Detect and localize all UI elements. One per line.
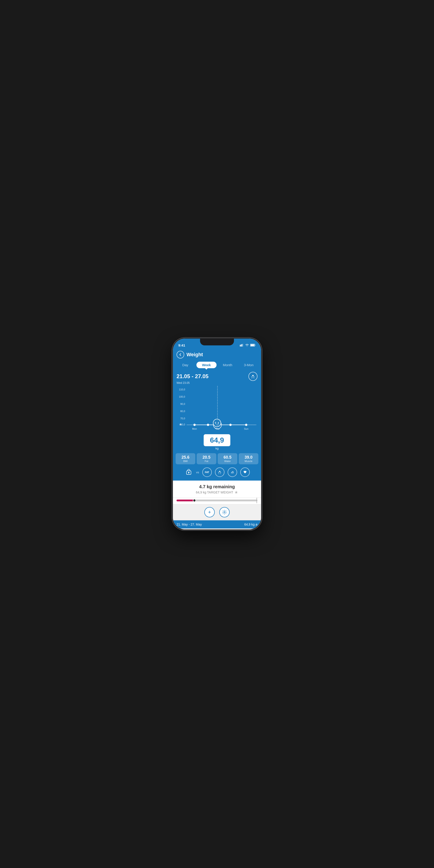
settings-button[interactable] bbox=[219, 507, 230, 518]
status-icons bbox=[240, 341, 256, 347]
weight-box: 64,9 bbox=[204, 434, 230, 446]
date-subtitle: Wed 23.05 bbox=[177, 381, 257, 384]
weight-display: 64,9 kg bbox=[173, 432, 261, 453]
weight-value: 64,9 bbox=[210, 436, 224, 444]
heart-action-btn[interactable] bbox=[240, 467, 250, 477]
metric-fat[interactable]: 20.5 Fat bbox=[197, 453, 216, 464]
add-button[interactable]: + bbox=[204, 507, 215, 518]
svg-point-28 bbox=[188, 472, 189, 473]
svg-rect-0 bbox=[240, 345, 241, 346]
svg-point-6 bbox=[252, 375, 254, 376]
footer-weight-avg: 64,9 kg ø bbox=[244, 523, 257, 526]
metric-bmi[interactable]: 25.6 BMI bbox=[176, 453, 195, 464]
app-header: Weight bbox=[173, 348, 261, 360]
fat-label: Fat bbox=[197, 460, 215, 463]
svg-rect-5 bbox=[251, 344, 254, 346]
target-label: 64,9 kg TARGET WEIGHT ★ bbox=[178, 490, 256, 495]
fitness-button[interactable] bbox=[248, 372, 257, 381]
progress-dot bbox=[193, 499, 196, 502]
vs-text: vs bbox=[196, 471, 199, 474]
fat-value: 20.5 bbox=[197, 455, 215, 460]
signal-icon bbox=[240, 344, 244, 347]
date-footer: 21. May - 27. May 64,9 kg ø bbox=[173, 520, 261, 528]
target-section: 4.7 kg remaining 64,9 kg TARGET WEIGHT ★ bbox=[173, 480, 261, 498]
svg-point-20 bbox=[229, 424, 232, 426]
bottom-toolbar: + bbox=[173, 504, 261, 520]
muscle-value: 39.0 bbox=[240, 455, 257, 460]
back-button[interactable] bbox=[177, 351, 184, 359]
target-star-icon[interactable]: ★ bbox=[235, 490, 238, 495]
add-icon: + bbox=[208, 509, 211, 515]
svg-point-31 bbox=[224, 512, 225, 513]
svg-point-18 bbox=[207, 424, 209, 426]
footer-date-range: 21. May - 27. May bbox=[177, 523, 202, 526]
svg-rect-3 bbox=[243, 344, 243, 346]
tab-bar: Day Week Month 3-Mon bbox=[173, 360, 261, 370]
progress-bar-fill bbox=[177, 500, 194, 501]
metrics-row: 25.6 BMI 20.5 Fat 60.5 Water 39.0 Muscle bbox=[173, 453, 261, 467]
svg-point-17 bbox=[193, 424, 196, 426]
svg-text:110,0: 110,0 bbox=[179, 388, 185, 391]
svg-rect-2 bbox=[242, 344, 242, 346]
remaining-text: 4.7 kg remaining bbox=[178, 484, 256, 489]
wifi-icon bbox=[245, 344, 249, 347]
tab-month[interactable]: Month bbox=[217, 362, 238, 368]
water-value: 60.5 bbox=[219, 455, 237, 460]
svg-point-29 bbox=[219, 471, 220, 472]
progress-bar-track[interactable] bbox=[177, 500, 257, 501]
tab-3mon[interactable]: 3-Mon bbox=[239, 362, 259, 368]
svg-text:100,0: 100,0 bbox=[179, 395, 185, 398]
scale-icon[interactable] bbox=[184, 468, 193, 476]
metric-water[interactable]: 60.5 Water bbox=[218, 453, 237, 464]
svg-text:Mon: Mon bbox=[192, 428, 197, 430]
tab-week[interactable]: Week bbox=[196, 362, 217, 368]
svg-text:Sun: Sun bbox=[244, 428, 248, 430]
app-title: Weight bbox=[186, 352, 203, 358]
bmi-value: 25.6 bbox=[177, 455, 194, 460]
bmi-label: BMI bbox=[177, 460, 194, 463]
metric-muscle[interactable]: 39.0 Muscle bbox=[239, 453, 258, 464]
chart-area: 21.05 - 27.05 Wed 23.05 110,0 bbox=[173, 370, 261, 432]
tab-day[interactable]: Day bbox=[175, 362, 195, 368]
water-label: Water bbox=[219, 460, 237, 463]
svg-rect-1 bbox=[241, 344, 241, 346]
svg-text:70,0: 70,0 bbox=[180, 417, 185, 420]
activity-action-btn[interactable] bbox=[228, 467, 237, 477]
action-row: vs FAT bbox=[173, 467, 261, 480]
svg-point-21 bbox=[245, 424, 247, 426]
status-time: 9:41 bbox=[178, 340, 185, 347]
muscle-label: Muscle bbox=[240, 460, 257, 463]
progress-marker bbox=[256, 498, 257, 503]
weight-unit: kg bbox=[215, 447, 219, 450]
fat-action-btn[interactable]: FAT bbox=[202, 467, 212, 477]
bottom-section: 4.7 kg remaining 64,9 kg TARGET WEIGHT ★ bbox=[173, 480, 261, 529]
svg-text:80,0: 80,0 bbox=[180, 410, 185, 412]
chart-container[interactable]: 110,0 100,0 90,0 80,0 70,0 60,0 ★ bbox=[177, 386, 257, 432]
progress-bar-container[interactable] bbox=[173, 498, 261, 504]
entry-row: 25.05 ☺ OK bbox=[173, 528, 261, 529]
date-range: 21.05 - 27.05 bbox=[177, 373, 209, 379]
svg-text:90,0: 90,0 bbox=[180, 403, 185, 405]
svg-text:★: ★ bbox=[179, 423, 182, 426]
battery-icon bbox=[250, 344, 256, 347]
svg-point-30 bbox=[231, 472, 234, 473]
muscle-action-btn[interactable] bbox=[215, 467, 224, 477]
settings-icon bbox=[222, 510, 227, 515]
